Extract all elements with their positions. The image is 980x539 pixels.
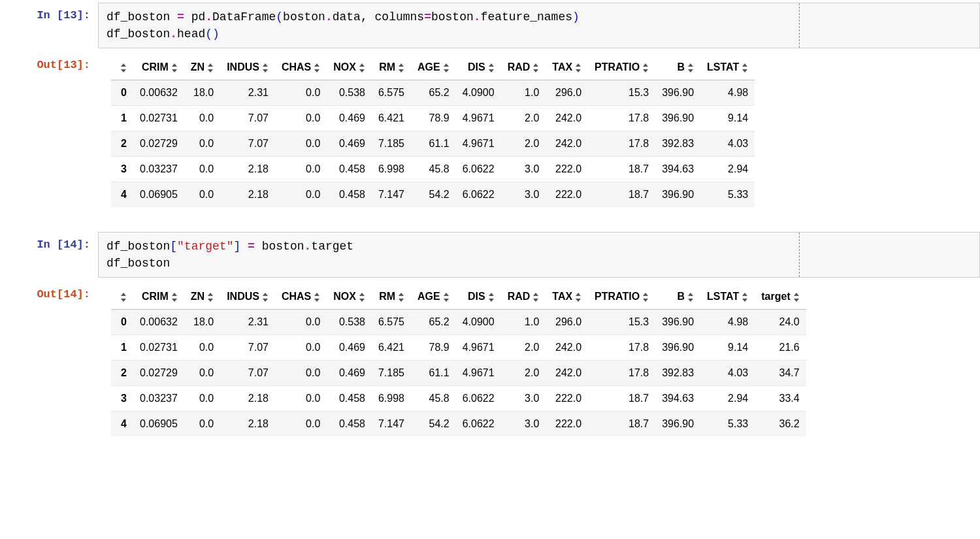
table-cell: 6.998 <box>372 157 411 182</box>
column-header-label: NOX <box>333 61 356 73</box>
table-cell: 24.0 <box>755 310 806 335</box>
column-header[interactable]: ZN <box>184 55 220 80</box>
table-cell: 392.83 <box>655 361 700 386</box>
column-header[interactable]: RM <box>372 284 411 310</box>
column-header[interactable]: CRIM <box>133 55 184 80</box>
column-header[interactable]: RM <box>372 55 411 80</box>
table-cell: 2.0 <box>501 131 546 157</box>
column-header[interactable]: CHAS <box>275 55 327 80</box>
index-header[interactable] <box>111 284 133 310</box>
table-cell: 4.9671 <box>456 361 501 386</box>
column-header[interactable]: target <box>755 284 806 310</box>
table-cell: 18.7 <box>588 386 655 412</box>
sort-icon[interactable] <box>575 63 581 73</box>
table-cell: 1.0 <box>501 310 546 335</box>
code-token: = <box>248 240 255 253</box>
table-cell: 0.0 <box>184 412 220 437</box>
code-token: ) <box>572 10 580 24</box>
table-cell: 2.18 <box>220 386 275 412</box>
sort-icon[interactable] <box>171 63 178 73</box>
column-header[interactable]: AGE <box>411 284 456 310</box>
sort-icon[interactable] <box>398 63 404 73</box>
sort-icon[interactable] <box>532 293 539 302</box>
table-cell: 21.6 <box>755 335 806 361</box>
column-header[interactable]: TAX <box>546 55 588 80</box>
table-cell: 0.0 <box>184 182 220 208</box>
sort-icon[interactable] <box>120 63 127 73</box>
sort-icon[interactable] <box>120 293 127 302</box>
sort-icon[interactable] <box>488 63 495 73</box>
column-header[interactable]: PTRATIO <box>588 55 655 80</box>
code-token: boston <box>255 240 304 253</box>
column-header[interactable]: NOX <box>327 55 372 80</box>
table-cell: 2.18 <box>220 412 275 437</box>
code-token: target <box>311 240 353 253</box>
column-header[interactable]: INDUS <box>220 55 275 80</box>
table-cell: 242.0 <box>546 106 588 131</box>
column-header[interactable]: ZN <box>184 284 220 310</box>
column-header[interactable]: PTRATIO <box>588 284 655 310</box>
column-header[interactable]: LSTAT <box>700 284 755 310</box>
column-header[interactable]: INDUS <box>220 284 275 310</box>
sort-icon[interactable] <box>314 63 320 73</box>
row-index: 1 <box>111 335 133 361</box>
index-header[interactable] <box>111 55 133 80</box>
output-area-14: CRIMZNINDUSCHASNOXRMAGEDISRADTAXPTRATIOB… <box>98 282 980 448</box>
code-token: . <box>170 27 177 41</box>
sort-icon[interactable] <box>262 63 269 73</box>
code-editor-13[interactable]: df_boston = pd.DataFrame(boston.data, co… <box>98 3 980 48</box>
sort-icon[interactable] <box>687 293 694 302</box>
sort-icon[interactable] <box>687 63 694 73</box>
table-cell: 6.421 <box>372 106 411 131</box>
column-header[interactable]: DIS <box>456 284 501 310</box>
sort-icon[interactable] <box>207 63 214 73</box>
column-header[interactable]: DIS <box>456 55 501 80</box>
table-cell: 2.0 <box>501 106 546 131</box>
sort-icon[interactable] <box>532 63 539 73</box>
table-cell: 34.7 <box>755 361 806 386</box>
sort-icon[interactable] <box>443 63 449 73</box>
sort-icon[interactable] <box>443 293 449 302</box>
sort-icon[interactable] <box>742 293 748 302</box>
column-header[interactable]: RAD <box>501 55 546 80</box>
sort-icon[interactable] <box>359 293 365 302</box>
sort-icon[interactable] <box>398 293 404 302</box>
column-header[interactable]: LSTAT <box>700 55 755 80</box>
table-cell: 18.0 <box>184 310 220 335</box>
table-cell: 18.7 <box>588 182 655 208</box>
table-cell: 4.03 <box>700 361 755 386</box>
table-cell: 33.4 <box>755 386 806 412</box>
column-header[interactable]: B <box>655 55 700 80</box>
column-header[interactable]: B <box>655 284 700 310</box>
sort-icon[interactable] <box>262 293 269 302</box>
sort-icon[interactable] <box>575 293 581 302</box>
column-header-label: B <box>678 61 685 73</box>
sort-icon[interactable] <box>793 293 800 302</box>
column-header[interactable]: CRIM <box>133 284 184 310</box>
sort-icon[interactable] <box>742 63 748 73</box>
row-index: 4 <box>111 412 133 437</box>
table-cell: 2.31 <box>220 80 275 106</box>
table-cell: 9.14 <box>700 335 755 361</box>
column-header[interactable]: NOX <box>327 284 372 310</box>
sort-icon[interactable] <box>314 293 320 302</box>
column-header[interactable]: CHAS <box>275 284 327 310</box>
sort-icon[interactable] <box>207 293 214 302</box>
code-token: boston <box>283 10 325 24</box>
table-cell: 0.0 <box>184 361 220 386</box>
column-header[interactable]: TAX <box>546 284 588 310</box>
table-cell: 5.33 <box>700 182 755 208</box>
column-header[interactable]: AGE <box>411 55 456 80</box>
sort-icon[interactable] <box>642 293 649 302</box>
margin-guide-icon <box>799 3 800 48</box>
sort-icon[interactable] <box>488 293 495 302</box>
sort-icon[interactable] <box>171 293 178 302</box>
column-header[interactable]: RAD <box>501 284 546 310</box>
table-cell: 0.458 <box>327 412 372 437</box>
code-editor-14[interactable]: df_boston["target"] = boston.target df_b… <box>98 232 980 278</box>
table-cell: 6.0622 <box>456 412 501 437</box>
sort-icon[interactable] <box>359 63 365 73</box>
margin-guide-icon <box>799 233 800 277</box>
sort-icon[interactable] <box>642 63 649 73</box>
table-cell: 3.0 <box>501 182 546 208</box>
